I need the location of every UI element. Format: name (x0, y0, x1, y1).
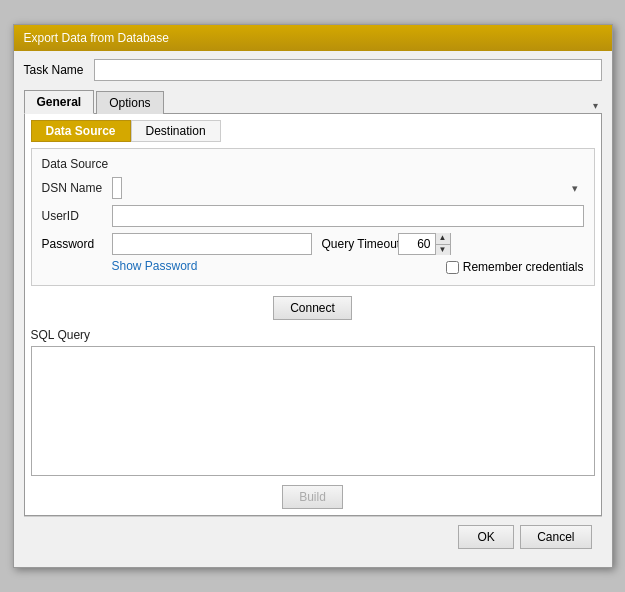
sub-tabs: Data Source Destination (31, 120, 595, 142)
title-bar: Export Data from Database (14, 25, 612, 51)
task-name-input[interactable] (94, 59, 602, 81)
tab-options[interactable]: Options (96, 91, 163, 114)
userid-input[interactable] (112, 205, 584, 227)
cancel-button[interactable]: Cancel (520, 525, 591, 549)
userid-label: UserID (42, 209, 112, 223)
spinner-up-button[interactable]: ▲ (436, 233, 450, 245)
query-timeout-spinner: ▲ ▼ (398, 233, 451, 255)
password-row: Password Query Timeout ▲ ▼ (42, 233, 584, 255)
spinner-down-button[interactable]: ▼ (436, 245, 450, 256)
dsn-name-select[interactable] (112, 177, 122, 199)
connect-button[interactable]: Connect (273, 296, 352, 320)
userid-row: UserID (42, 205, 584, 227)
password-label: Password (42, 237, 112, 251)
data-source-label: Data Source (42, 157, 584, 171)
ok-button[interactable]: OK (458, 525, 514, 549)
show-password-link[interactable]: Show Password (112, 259, 198, 273)
build-row: Build (31, 485, 595, 509)
remember-credentials-checkbox[interactable] (446, 261, 459, 274)
query-timeout-label: Query Timeout (322, 237, 392, 251)
sql-query-textarea[interactable] (31, 346, 595, 476)
show-password-row: Show Password (42, 259, 198, 273)
tab-general[interactable]: General (24, 90, 95, 114)
task-name-row: Task Name (24, 59, 602, 81)
footer: OK Cancel (24, 516, 602, 557)
dsn-select-wrapper (112, 177, 584, 199)
task-name-label: Task Name (24, 63, 94, 77)
spinner-buttons: ▲ ▼ (435, 233, 450, 255)
password-input[interactable] (112, 233, 312, 255)
sql-query-label: SQL Query (31, 328, 595, 342)
build-button[interactable]: Build (282, 485, 343, 509)
sql-query-section: SQL Query (31, 328, 595, 479)
sub-tab-destination[interactable]: Destination (131, 120, 221, 142)
dialog-title: Export Data from Database (24, 31, 169, 45)
query-timeout-input[interactable] (399, 234, 435, 254)
data-source-section: Data Source DSN Name UserID (31, 148, 595, 286)
main-panel: Data Source Destination Data Source DSN … (24, 114, 602, 516)
query-timeout-group: Query Timeout ▲ ▼ (322, 233, 451, 255)
remember-credentials-label: Remember credentials (463, 260, 584, 274)
sub-tab-data-source[interactable]: Data Source (31, 120, 131, 142)
connect-row: Connect (31, 296, 595, 320)
tabs-row: General Options ▾ (24, 89, 602, 114)
main-dialog: Export Data from Database Task Name Gene… (13, 24, 613, 568)
dsn-name-label: DSN Name (42, 181, 112, 195)
dialog-body: Task Name General Options ▾ Data Source … (14, 51, 612, 567)
dsn-name-row: DSN Name (42, 177, 584, 199)
remember-credentials-row: Remember credentials (446, 260, 584, 274)
tab-dropdown-arrow[interactable]: ▾ (593, 100, 602, 113)
